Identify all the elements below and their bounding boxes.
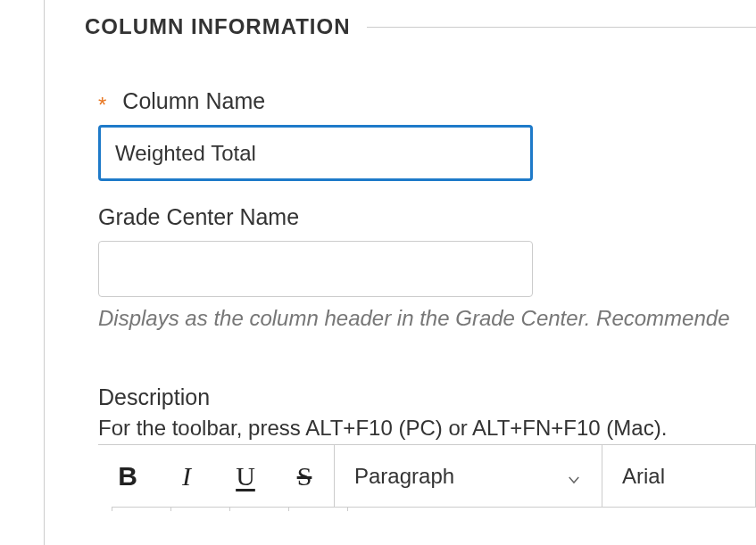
cell (230, 508, 289, 511)
cell (112, 508, 171, 511)
grade-center-name-help: Displays as the column header in the Gra… (98, 306, 756, 331)
column-name-input[interactable] (98, 125, 533, 181)
required-asterisk-icon: * (98, 95, 106, 116)
cell (289, 508, 348, 511)
toolbar-row-below (112, 508, 756, 511)
column-name-field: * Column Name (85, 88, 756, 181)
italic-button[interactable]: I (157, 445, 216, 507)
column-name-label: Column Name (122, 88, 265, 114)
grade-center-name-label-row: Grade Center Name (98, 204, 756, 230)
paragraph-format-dropdown[interactable]: Paragraph (335, 445, 602, 507)
grade-center-name-label: Grade Center Name (98, 204, 299, 230)
bold-button[interactable]: B (98, 445, 157, 507)
left-rail (0, 0, 45, 545)
font-family-dropdown[interactable]: Arial (602, 445, 756, 507)
paragraph-format-value: Paragraph (354, 464, 454, 489)
section-divider (367, 27, 756, 28)
section-header: COLUMN INFORMATION (85, 14, 756, 39)
content-area: COLUMN INFORMATION * Column Name Grade C… (45, 0, 756, 511)
text-format-group: B I U S (98, 445, 335, 507)
grade-center-name-field: Grade Center Name Displays as the column… (85, 204, 756, 331)
description-toolbar-hint: For the toolbar, press ALT+F10 (PC) or A… (98, 416, 756, 441)
description-label: Description (98, 384, 756, 410)
section-title: COLUMN INFORMATION (85, 14, 351, 39)
column-name-label-row: * Column Name (98, 88, 756, 114)
cell (171, 508, 230, 511)
editor-toolbar: B I U S Paragraph Arial (98, 444, 756, 507)
underline-button[interactable]: U (216, 445, 275, 507)
font-family-value: Arial (622, 464, 665, 489)
strikethrough-button[interactable]: S (275, 445, 334, 507)
chevron-down-icon (566, 468, 582, 484)
grade-center-name-input[interactable] (98, 241, 533, 297)
description-field: Description For the toolbar, press ALT+F… (85, 384, 756, 511)
